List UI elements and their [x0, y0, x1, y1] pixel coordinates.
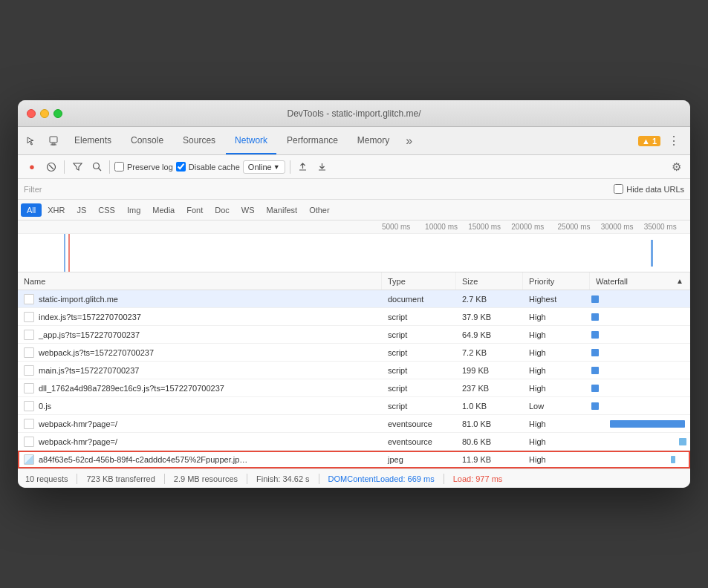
resource-tab-doc[interactable]: Doc: [209, 203, 236, 217]
minimize-button[interactable]: [40, 109, 49, 118]
waterfall-bar: [591, 295, 599, 303]
cell-name: webpack.js?ts=1572270700237: [18, 344, 382, 361]
cell-priority: High: [523, 362, 590, 379]
warning-badge[interactable]: ▲ 1: [638, 136, 660, 146]
file-icon-doc: [24, 294, 34, 304]
search-icon[interactable]: [88, 159, 105, 175]
load-time: Load: 977 ms: [453, 474, 503, 483]
cell-priority: High: [523, 433, 590, 450]
tab-memory[interactable]: Memory: [348, 127, 398, 154]
table-row[interactable]: _app.js?ts=1572270700237 script 64.9 KB …: [18, 326, 690, 344]
cell-size: 37.9 KB: [456, 308, 523, 325]
cell-type: document: [382, 290, 456, 307]
table-row[interactable]: index.js?ts=1572270700237 script 37.9 KB…: [18, 308, 690, 326]
device-toolbar-icon[interactable]: [43, 131, 64, 151]
tab-elements[interactable]: Elements: [65, 127, 120, 154]
resource-tab-font[interactable]: Font: [181, 203, 209, 217]
resource-tab-all[interactable]: All: [21, 203, 42, 217]
cell-size: 237 KB: [456, 379, 523, 396]
table-row[interactable]: webpack-hmr?page=/ eventsource 81.0 KB H…: [18, 415, 690, 433]
cell-name: 0.js: [18, 397, 382, 414]
tab-performance[interactable]: Performance: [278, 127, 347, 154]
hide-data-urls-group[interactable]: Hide data URLs: [614, 184, 684, 194]
traffic-lights: [27, 109, 62, 118]
cell-name: main.js?ts=1572270700237: [18, 362, 382, 379]
preserve-log-group[interactable]: Preserve log: [114, 162, 173, 172]
tab-sources[interactable]: Sources: [174, 127, 224, 154]
col-waterfall: Waterfall ▲: [590, 272, 690, 290]
divider-3: [290, 160, 290, 174]
cell-priority: High: [523, 379, 590, 396]
filter-icon[interactable]: [69, 159, 85, 175]
table-row[interactable]: main.js?ts=1572270700237 script 199 KB H…: [18, 362, 690, 379]
tab-network[interactable]: Network: [226, 127, 276, 154]
hide-data-urls-checkbox[interactable]: [614, 184, 623, 194]
table-row[interactable]: webpack.js?ts=1572270700237 script 7.2 K…: [18, 344, 690, 362]
download-icon[interactable]: [314, 159, 331, 175]
file-icon-doc: [24, 347, 34, 358]
file-icon-doc: [24, 365, 34, 376]
fullscreen-button[interactable]: [53, 109, 62, 118]
resource-tab-media[interactable]: Media: [146, 203, 181, 217]
ruler-mark-4: 20000 ms: [511, 223, 544, 231]
select-element-icon[interactable]: [21, 131, 42, 151]
table-row[interactable]: static-import.glitch.me document 2.7 KB …: [18, 290, 690, 308]
cell-name: webpack-hmr?page=/: [18, 433, 382, 450]
resource-tab-manifest[interactable]: Manifest: [261, 203, 304, 217]
preserve-log-label: Preserve log: [127, 163, 173, 172]
table-row[interactable]: 0.js script 1.0 KB Low: [18, 397, 690, 415]
cell-name: dll_1762a4d98a7289ec16c9.js?ts=157227070…: [18, 379, 382, 396]
settings-icon[interactable]: ⚙: [668, 159, 684, 175]
status-bar: 10 requests 723 KB transferred 2.9 MB re…: [18, 468, 690, 488]
ruler-mark-5: 25000 ms: [558, 223, 591, 231]
preserve-log-checkbox[interactable]: [114, 162, 124, 172]
table-row[interactable]: dll_1762a4d98a7289ec16c9.js?ts=157227070…: [18, 379, 690, 397]
resource-type-tabs: All XHR JS CSS Img Media Font Doc WS Man…: [18, 200, 690, 220]
disable-cache-checkbox[interactable]: [176, 162, 186, 172]
resource-tab-css[interactable]: CSS: [92, 203, 121, 217]
devtools-right-icons: ▲ 1 ⋮: [638, 131, 687, 151]
cell-priority: High: [523, 451, 590, 468]
cell-waterfall: [590, 451, 690, 468]
status-divider-3: [247, 474, 247, 484]
timeline-line-1: [64, 234, 65, 272]
cell-type: script: [382, 308, 456, 325]
svg-line-4: [49, 165, 53, 169]
resource-tab-xhr[interactable]: XHR: [42, 203, 71, 217]
waterfall-bar: [591, 385, 599, 392]
timeline-ruler: 5000 ms 10000 ms 15000 ms 20000 ms 25000…: [18, 220, 690, 234]
resource-tab-ws[interactable]: WS: [236, 203, 261, 217]
cell-name: webpack-hmr?page=/: [18, 415, 382, 432]
record-button[interactable]: ●: [24, 159, 40, 175]
ruler-mark-3: 15000 ms: [468, 223, 501, 231]
cell-name: static-import.glitch.me: [18, 290, 382, 307]
file-icon-doc: [24, 312, 34, 322]
cell-priority: High: [523, 415, 590, 432]
tab-console[interactable]: Console: [122, 127, 172, 154]
disable-cache-group[interactable]: Disable cache: [176, 162, 240, 172]
waterfall-bar: [591, 402, 599, 410]
disable-cache-label: Disable cache: [189, 163, 240, 172]
waterfall-sort-icon: ▲: [676, 277, 683, 285]
hide-data-urls-label: Hide data URLs: [626, 185, 684, 194]
resource-tab-img[interactable]: Img: [121, 203, 146, 217]
network-toolbar: ● Preserve: [18, 155, 690, 179]
close-button[interactable]: [27, 109, 36, 118]
status-divider-2: [164, 474, 165, 484]
divider-2: [109, 160, 110, 174]
cell-priority: High: [523, 326, 590, 343]
filter-text: Filter: [24, 185, 42, 194]
svg-line-6: [98, 169, 101, 172]
upload-icon[interactable]: [295, 159, 311, 175]
table-header: Name Type Size Priority Waterfall ▲: [18, 272, 690, 290]
clear-button[interactable]: [43, 159, 59, 175]
cell-waterfall: [590, 344, 690, 361]
cell-type: eventsource: [382, 433, 456, 450]
table-row[interactable]: a84f63e5-62cd-456b-89f4-c2adddc4e575%2Fp…: [18, 451, 690, 468]
network-throttling-select[interactable]: Online ▼: [243, 160, 285, 174]
more-tabs-button[interactable]: »: [400, 127, 418, 154]
more-options-icon[interactable]: ⋮: [663, 131, 684, 151]
resource-tab-other[interactable]: Other: [303, 203, 336, 217]
resource-tab-js[interactable]: JS: [71, 203, 92, 217]
table-row[interactable]: webpack-hmr?page=/ eventsource 80.6 KB H…: [18, 433, 690, 451]
